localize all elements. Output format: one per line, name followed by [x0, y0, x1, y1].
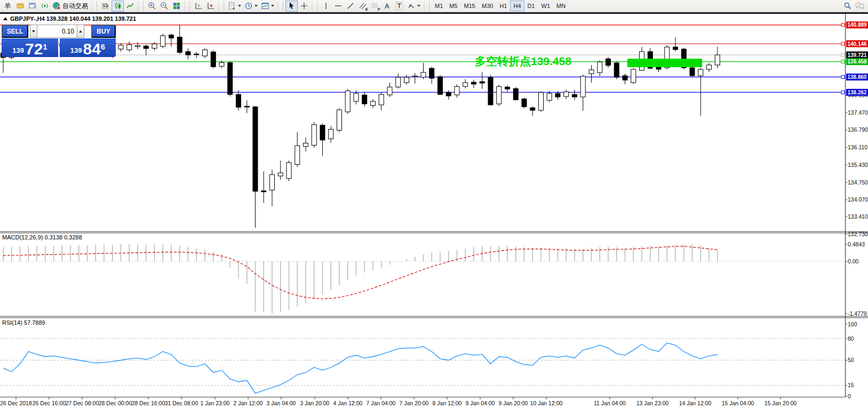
toolbar-grip: [91, 2, 93, 10]
candlestick-mode-button[interactable]: [112, 1, 124, 12]
toolbar-separator: [429, 1, 429, 11]
mt4-window: 单 自动交易: [0, 0, 868, 409]
quotes-window-button[interactable]: [14, 1, 26, 12]
trendline-icon: [346, 2, 355, 10]
svg-text:15 Jan 20:00: 15 Jan 20:00: [765, 400, 797, 406]
svg-text:1 Jan 23:00: 1 Jan 23:00: [201, 400, 230, 406]
svg-text:139.721: 139.721: [847, 52, 867, 58]
svg-text:多空转折点139.458: 多空转折点139.458: [475, 55, 571, 68]
bar-chart-icon: [101, 2, 110, 10]
svg-text:136.110: 136.110: [848, 144, 867, 150]
new-order-button[interactable]: 单: [2, 1, 14, 12]
tab-w1[interactable]: W1: [538, 1, 554, 11]
svg-text:138.860: 138.860: [847, 74, 867, 80]
crosshair-tool-button[interactable]: [298, 1, 310, 12]
svg-text:-1.4779: -1.4779: [848, 310, 867, 317]
market-watch-button[interactable]: [26, 1, 38, 12]
channel-letter: E: [365, 7, 368, 12]
tab-d1[interactable]: D1: [524, 1, 538, 11]
clock-icon: [244, 2, 253, 10]
cursor-tool-button[interactable]: [285, 1, 298, 12]
svg-text:7 Jan 04:00: 7 Jan 04:00: [367, 400, 396, 406]
add-indicator-icon: [228, 2, 236, 10]
text-tool-icon: A: [385, 2, 389, 10]
svg-text:11 Jan 04:00: 11 Jan 04:00: [594, 400, 626, 406]
svg-text:13 Jan 23:00: 13 Jan 23:00: [636, 400, 669, 406]
tab-h4[interactable]: H4: [510, 1, 524, 11]
trendline-tool-button[interactable]: [344, 1, 356, 12]
zoom-in-button[interactable]: [146, 1, 158, 12]
horizontal-line-icon: [334, 2, 343, 10]
collapse-panel-icon[interactable]: [3, 17, 7, 20]
chart-shift-button[interactable]: [204, 1, 217, 12]
svg-text:27 Dec 08:00: 27 Dec 08:00: [66, 400, 99, 406]
tile-windows-icon: [172, 2, 181, 10]
indicators-button[interactable]: [226, 1, 243, 12]
volume-decrease-button[interactable]: [30, 25, 37, 38]
auto-scroll-icon: [194, 2, 203, 10]
macd-pane[interactable]: 0.48430.00-1.4779: [0, 241, 867, 317]
svg-text:26 Dec 2018: 26 Dec 2018: [0, 400, 32, 406]
time-axis[interactable]: 26 Dec 201826 Dec 16:0027 Dec 08:0028 De…: [0, 397, 797, 407]
autotrade-label: 自动交易: [62, 2, 88, 11]
search-button[interactable]: [841, 1, 854, 12]
svg-text:50: 50: [848, 357, 854, 363]
autotrade-button[interactable]: 自动交易: [51, 1, 90, 12]
arrows-tool-button[interactable]: [405, 1, 422, 12]
toolbar-grip: [277, 2, 280, 10]
vertical-line-tool-button[interactable]: [320, 1, 332, 12]
sell-price-sup: 1: [43, 43, 47, 51]
macd-indicator-label: MACD(12,26,9) 0.3138 0.3288: [2, 234, 82, 240]
svg-text:133.410: 133.410: [848, 213, 868, 220]
chat-button[interactable]: [854, 1, 866, 12]
svg-text:9 Jan 04:00: 9 Jan 04:00: [466, 400, 495, 406]
text-tool-button[interactable]: A: [381, 1, 393, 12]
periods-button[interactable]: [243, 1, 259, 12]
label-tool-button[interactable]: T: [393, 1, 405, 12]
tab-h1[interactable]: H1: [496, 1, 510, 11]
signals-button[interactable]: [38, 1, 51, 12]
sell-button[interactable]: SELL: [2, 25, 28, 38]
zoom-in-icon: [148, 2, 156, 10]
channel-tool-button[interactable]: E: [356, 1, 369, 12]
tab-m1[interactable]: M1: [432, 1, 446, 11]
candlestick-icon: [114, 2, 122, 10]
zoom-out-button[interactable]: [158, 1, 170, 12]
triangle-up-icon: [79, 30, 82, 33]
templates-button[interactable]: [259, 1, 276, 12]
auto-scroll-button[interactable]: [192, 1, 204, 12]
crosshair-icon: [300, 2, 308, 10]
line-chart-mode-button[interactable]: [124, 1, 136, 12]
toolbar-grip: [184, 2, 186, 10]
one-click-trading-panel: SELL 0.10 BUY 139 72 1 139 84 6: [2, 25, 116, 57]
svg-text:80: 80: [848, 335, 854, 342]
chart-canvas[interactable]: 多空转折点139.458138.150137.470136.790136.110…: [0, 0, 868, 409]
svg-text:134.750: 134.750: [848, 179, 868, 186]
svg-text:26 Dec 16:00: 26 Dec 16:00: [33, 400, 66, 406]
toolbar-separator: [97, 1, 97, 11]
volume-increase-button[interactable]: [77, 25, 84, 38]
svg-text:28 Dec 16:00: 28 Dec 16:00: [132, 400, 165, 406]
buy-button[interactable]: BUY: [91, 25, 116, 38]
annotation[interactable]: 多空转折点139.458: [475, 55, 571, 68]
horizontal-line-tool-button[interactable]: [332, 1, 344, 12]
highlight-zone[interactable]: [627, 59, 702, 67]
tab-m15[interactable]: M15: [461, 1, 479, 11]
buy-price-plate[interactable]: 139 84 6: [60, 38, 116, 57]
svg-text:132.730: 132.730: [848, 231, 868, 237]
tab-mn[interactable]: MN: [553, 1, 569, 11]
tab-m30[interactable]: M30: [479, 1, 496, 11]
fibonacci-tool-button[interactable]: F: [369, 1, 381, 12]
search-icon: [843, 2, 852, 10]
sell-price-plate[interactable]: 139 72 1: [2, 38, 58, 57]
tab-m5[interactable]: M5: [446, 1, 460, 11]
rsi-pane[interactable]: 1008050150: [0, 321, 857, 399]
bar-chart-mode-button[interactable]: [99, 1, 112, 12]
volume-input[interactable]: 0.10: [37, 25, 77, 38]
toolbar-separator: [143, 1, 144, 11]
periods-dropdown-caret: [254, 5, 258, 7]
svg-text:14 Jan 12:00: 14 Jan 12:00: [679, 400, 712, 406]
vertical-line-icon: [322, 2, 330, 10]
tile-windows-button[interactable]: [170, 1, 182, 12]
autotrade-icon: [52, 2, 61, 10]
